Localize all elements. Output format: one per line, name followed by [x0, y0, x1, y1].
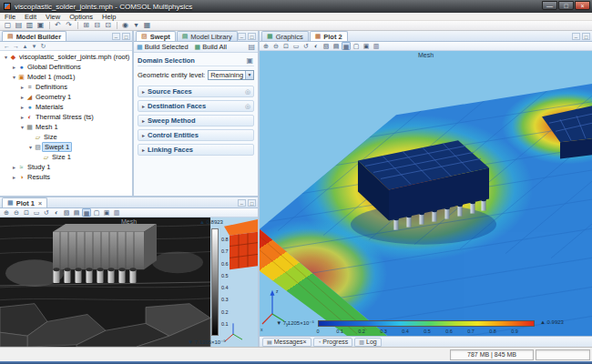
section-source-faces[interactable]: ▸Source Faces◎: [138, 86, 254, 97]
tree-collapsed-arrow-icon[interactable]: ▸: [19, 114, 26, 120]
redo-icon[interactable]: ↷: [64, 21, 74, 30]
help-report-icon[interactable]: ▤: [248, 43, 255, 51]
title-bar[interactable]: viscoplastic_solder_joints.mph - COMSOL …: [0, 0, 592, 13]
geometric-entity-select[interactable]: Remaining ▼: [208, 70, 254, 80]
dock-tab-progress[interactable]: ◔Progress: [313, 338, 353, 347]
graphics-viewport[interactable]: z x y Mesh ▼ 7.1205×10⁻⁵ 00.10.20.30.40.…: [260, 51, 592, 336]
tree-collapsed-arrow-icon[interactable]: ▸: [11, 64, 17, 70]
tree-node-materials[interactable]: ▸●Materials: [0, 102, 132, 112]
graphics-tab-plot-2[interactable]: ▦Plot 2: [310, 31, 348, 41]
tree-node-thermal-stress-ts[interactable]: ▸◐Thermal Stress (ts): [0, 112, 132, 122]
panel-maximize-icon[interactable]: □: [582, 33, 590, 40]
dock-tab-log[interactable]: ▥Log: [354, 338, 381, 347]
menu-item-edit[interactable]: Edit: [20, 13, 41, 21]
section-control-entities[interactable]: ▸Control Entities: [138, 129, 254, 141]
windows-icon[interactable]: ⊟: [92, 21, 102, 30]
build-selected-button[interactable]: ▦ Build Selected: [137, 43, 189, 51]
forward-icon[interactable]: →: [12, 42, 20, 51]
snapshot-icon[interactable]: ▥: [112, 208, 121, 217]
close-tab-icon[interactable]: ×: [303, 339, 307, 345]
dock-tab-messages[interactable]: ▤Messages×: [262, 338, 311, 347]
build-all-button[interactable]: ▦ Build All: [195, 43, 227, 51]
zoom-out-icon[interactable]: ⊖: [12, 208, 21, 217]
back-icon[interactable]: ←: [3, 42, 11, 51]
save-icon[interactable]: ▥: [25, 21, 35, 30]
zoom-in-icon[interactable]: ⊕: [2, 208, 11, 217]
scene-light-icon[interactable]: ◐: [52, 208, 61, 217]
minimize-button[interactable]: —: [542, 1, 557, 10]
panel-minimize-icon[interactable]: –: [112, 33, 120, 40]
scene-light-icon[interactable]: ◐: [311, 42, 321, 50]
zoom-out-icon[interactable]: ⊖: [271, 42, 281, 50]
tree-node-global-definitions[interactable]: ▸●Global Definitions: [0, 62, 132, 72]
panel-minimize-icon[interactable]: –: [238, 199, 246, 207]
menu-item-help[interactable]: Help: [97, 13, 120, 21]
section-linking-faces[interactable]: ▸Linking Faces: [138, 144, 254, 156]
panel-minimize-icon[interactable]: –: [238, 33, 246, 40]
undo-icon[interactable]: ↶: [53, 21, 63, 30]
settings-tab-swept[interactable]: ▨Swept: [136, 31, 176, 41]
zoom-box-icon[interactable]: ▭: [291, 42, 301, 50]
open-icon[interactable]: ▤: [14, 21, 24, 30]
tree-node-results[interactable]: ▸◑Results: [0, 172, 132, 182]
tree-node-viscoplastic-solder-joints-mph-root[interactable]: ▾◆viscoplastic_solder_joints.mph (root): [0, 52, 132, 62]
settings-tab-model-library[interactable]: ▤Model Library: [177, 31, 238, 41]
copy-selection-icon[interactable]: ▣: [246, 56, 253, 65]
section-destination-faces[interactable]: ▸Destination Faces◎: [138, 100, 254, 112]
refresh-icon[interactable]: ↻: [39, 42, 47, 51]
tree-node-swept-1[interactable]: ▾▨Swept 1: [0, 142, 132, 152]
wireframe-icon[interactable]: ▤: [332, 42, 341, 50]
section-sweep-method[interactable]: ▸Sweep Method: [138, 115, 254, 126]
menu-item-options[interactable]: Options: [65, 13, 97, 21]
tree-expanded-arrow-icon[interactable]: ▾: [27, 144, 34, 150]
tile-icon[interactable]: ⊡: [103, 21, 113, 30]
tree-node-definitions[interactable]: ▸≡Definitions: [0, 82, 132, 92]
tree-expanded-arrow-icon[interactable]: ▾: [19, 124, 26, 130]
tree-collapsed-arrow-icon[interactable]: ▸: [19, 84, 26, 90]
selection-badge-icon[interactable]: ◎: [245, 88, 250, 96]
tree-collapsed-arrow-icon[interactable]: ▸: [19, 104, 26, 110]
plot-icon[interactable]: ▦: [342, 42, 351, 50]
new-icon[interactable]: ▢: [3, 21, 13, 30]
snapshot-icon[interactable]: ▥: [372, 42, 381, 50]
tree-node-mesh-1[interactable]: ▾▦Mesh 1: [0, 122, 132, 132]
dropdown-icon[interactable]: ▾: [131, 21, 141, 30]
maximize-button[interactable]: □: [558, 1, 574, 10]
wireframe-icon[interactable]: ▤: [72, 208, 81, 217]
panel-maximize-icon[interactable]: □: [248, 199, 256, 207]
panel-maximize-icon[interactable]: □: [122, 33, 130, 40]
menu-item-file[interactable]: File: [0, 13, 20, 21]
close-button[interactable]: ×: [575, 1, 590, 10]
zoom-in-icon[interactable]: ⊕: [261, 42, 270, 50]
print-plot-icon[interactable]: ▣: [102, 208, 111, 217]
copy-icon[interactable]: ⊞: [81, 21, 91, 30]
tree-node-size[interactable]: ▱Size: [0, 132, 132, 142]
move-down-icon[interactable]: ▾: [30, 42, 38, 51]
tree-node-geometry-1[interactable]: ▸◢Geometry 1: [0, 92, 132, 102]
plot1-viewport[interactable]: Mesh ▲ 0.8923 ▼ 7.1205×10⁻⁵ 0.80.70.60.5…: [0, 217, 258, 347]
plot1-tab[interactable]: ▦ Plot 1 ×: [2, 197, 47, 207]
select-icon[interactable]: ▢: [352, 42, 361, 50]
graphics-tab-graphics[interactable]: ▦Graphics: [261, 31, 309, 41]
tree-collapsed-arrow-icon[interactable]: ▸: [11, 164, 17, 170]
zoom-box-icon[interactable]: ▭: [32, 208, 41, 217]
zoom-extents-icon[interactable]: ⊡: [281, 42, 291, 50]
plot-icon[interactable]: ▦: [82, 208, 91, 217]
print-plot-icon[interactable]: ▣: [362, 42, 371, 50]
print-icon[interactable]: ▣: [36, 21, 46, 30]
move-up-icon[interactable]: ▴: [21, 42, 29, 51]
panel-minimize-icon[interactable]: –: [572, 33, 580, 40]
tree-expanded-arrow-icon[interactable]: ▾: [11, 74, 17, 80]
tree-node-size-1[interactable]: ▱Size 1: [0, 152, 132, 162]
tree-collapsed-arrow-icon[interactable]: ▸: [11, 174, 17, 180]
tree-node-model-1-mod1[interactable]: ▾▣Model 1 (mod1): [0, 72, 132, 82]
selection-badge-icon[interactable]: ◎: [245, 103, 250, 110]
snapshot-icon[interactable]: ▦: [142, 21, 152, 30]
user-icon[interactable]: ◉: [120, 21, 130, 30]
transparency-icon[interactable]: ▧: [62, 208, 71, 217]
menu-item-view[interactable]: View: [41, 13, 65, 21]
close-tab-icon[interactable]: ×: [38, 200, 42, 207]
go-to-default-view-icon[interactable]: ↺: [301, 42, 311, 50]
model-builder-tab[interactable]: ▤ Model Builder: [2, 31, 66, 41]
transparency-icon[interactable]: ▧: [322, 42, 331, 50]
